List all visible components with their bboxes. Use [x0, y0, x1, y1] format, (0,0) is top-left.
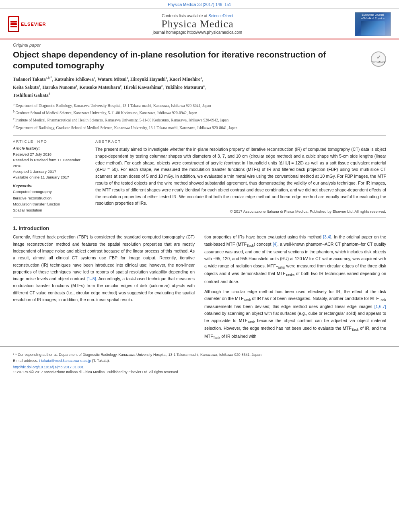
- footer-issn: 1120-1797/© 2017 Associazione Italiana d…: [13, 370, 386, 374]
- journal-homepage: journal homepage: http://www.physicamedi…: [48, 30, 347, 35]
- author-hayashi: Hiroyuki Hayashi: [130, 76, 166, 81]
- affil-b: b Graduate School of Medical Science, Ka…: [13, 109, 386, 116]
- author-ichikawa: Katsuhiro Ichikawa: [54, 76, 94, 81]
- intro-para-3: Although the circular edge method has be…: [204, 288, 386, 341]
- journal-header: ELSEVIER Contents lists available at Sci…: [0, 9, 399, 39]
- elsevier-logo-area: ELSEVIER: [8, 16, 48, 32]
- divider-2: [13, 218, 386, 218]
- keyword-1: Computed tomography: [13, 189, 87, 195]
- journal-name: Physica Medica: [48, 18, 347, 30]
- ref-3-4[interactable]: [3,4]: [323, 234, 331, 239]
- intro-heading: 1. Introduction: [13, 225, 386, 231]
- journal-title-area: Contents lists available at ScienceDirec…: [48, 14, 347, 35]
- intro-para-2: tion properties of IRs have been evaluat…: [204, 234, 386, 285]
- abstract-column: ABSTRACT The present study aimed to inve…: [95, 140, 386, 214]
- keywords-list: Computed tomography Iterative reconstruc…: [13, 189, 87, 213]
- page: Physica Medica 33 (2017) 146–151 ELSEVIE…: [0, 0, 399, 532]
- article-info-column: ARTICLE INFO Article history: Received 2…: [13, 140, 87, 214]
- affil-a: a Department of Diagnostic Radiology, Ka…: [13, 102, 386, 109]
- author-kawashima: Hiroki Kawashima: [124, 85, 161, 90]
- author-sakuta: Keita Sakuta: [13, 85, 39, 90]
- keyword-3: Modulation transfer function: [13, 201, 87, 207]
- affiliations: a Department of Diagnostic Radiology, Ka…: [13, 102, 386, 131]
- author-matsuura: Yukihiro Matsuura: [165, 85, 203, 90]
- footnote-star: * * Corresponding author at: Department …: [13, 352, 386, 357]
- divider-1: [13, 135, 386, 136]
- ref-4[interactable]: [4]: [273, 242, 278, 246]
- journal-citation: Physica Medica 33 (2017) 146–151: [168, 2, 231, 7]
- author-minehiro: Kaori Minehiro: [169, 76, 200, 81]
- article-info-heading: ARTICLE INFO: [13, 140, 87, 144]
- sciencedirect-label: Contents lists available at ScienceDirec…: [48, 14, 347, 18]
- keyword-4: Spatial resolution: [13, 207, 87, 213]
- author-nunome: Haruka Nunome: [43, 85, 76, 90]
- footer-links: http://dx.doi.org/10.1016/j.ejmp.2017.01…: [13, 365, 386, 369]
- received-date: Received 27 July 2016: [13, 152, 87, 157]
- doi-link[interactable]: http://dx.doi.org/10.1016/j.ejmp.2017.01…: [13, 365, 84, 369]
- article-type-label: Original paper: [13, 43, 386, 47]
- journal-cover-image: European Journalof Medical Physics: [355, 12, 391, 36]
- sciencedirect-link[interactable]: ScienceDirect: [208, 14, 233, 18]
- article-title: Object shape dependency of in-plane reso…: [13, 49, 386, 71]
- affil-c: c Institute of Medical, Pharmaceutical a…: [13, 117, 386, 123]
- authors-line: Tadanori Takataa,b,*, Katsuhiro Ichikawa…: [13, 75, 386, 100]
- footnote-email-link[interactable]: t-takata@med.kanazawa-u.ac.jp: [39, 359, 91, 363]
- author-takata: Tadanori Takata: [13, 76, 46, 81]
- accepted-date: Accepted 1 January 2017: [13, 169, 87, 175]
- top-bar: Physica Medica 33 (2017) 146–151: [0, 0, 399, 9]
- info-abstract-section: ARTICLE INFO Article history: Received 2…: [13, 140, 386, 214]
- article-content: Original paper ✓ CrossMark Object shape …: [0, 39, 399, 218]
- ref-1-5[interactable]: [1–5]: [86, 276, 96, 281]
- body-section: 1. Introduction Currently, filtered back…: [0, 222, 399, 344]
- keyword-2: Iterative reconstruction: [13, 195, 87, 201]
- history-label: Article history:: [13, 146, 87, 150]
- title-area: ✓ CrossMark Object shape dependency of i…: [13, 49, 386, 71]
- crossmark-badge: ✓ CrossMark: [371, 51, 386, 67]
- copyright-line: © 2017 Associazione Italiana di Fisica M…: [95, 209, 386, 214]
- ref-1-6-7[interactable]: [1,6,7]: [374, 304, 386, 309]
- intro-col-right: tion properties of IRs have been evaluat…: [204, 234, 386, 344]
- author-matsubara: Kousuke Matsubara: [80, 85, 120, 90]
- abstract-text: The present study aimed to investigate w…: [95, 146, 386, 207]
- author-mitsui: Wataru Mitsui: [97, 76, 127, 81]
- intro-col-left: Currently, filtered back projection (FBP…: [13, 234, 195, 344]
- received-revised-date: Received in Revised form 11 December 201…: [13, 157, 87, 169]
- footnote: * * Corresponding author at: Department …: [13, 350, 386, 364]
- footer: * * Corresponding author at: Department …: [0, 346, 399, 376]
- author-gabata: Toshifumi Gabata: [13, 93, 49, 98]
- elsevier-logo: ELSEVIER: [8, 16, 48, 32]
- affil-d: d Department of Radiology, Graduate Scho…: [13, 124, 386, 131]
- intro-para-1: Currently, filtered back projection (FBP…: [13, 234, 195, 303]
- abstract-heading: ABSTRACT: [95, 140, 386, 144]
- available-date: Available online 11 January 2017: [13, 175, 87, 180]
- intro-two-col: Currently, filtered back projection (FBP…: [13, 234, 386, 344]
- footnote-email: E-mail address: t-takata@med.kanazawa-u.…: [13, 358, 386, 364]
- journal-cover-area: European Journalof Medical Physics: [347, 12, 391, 36]
- keywords-label: Keywords:: [13, 183, 87, 188]
